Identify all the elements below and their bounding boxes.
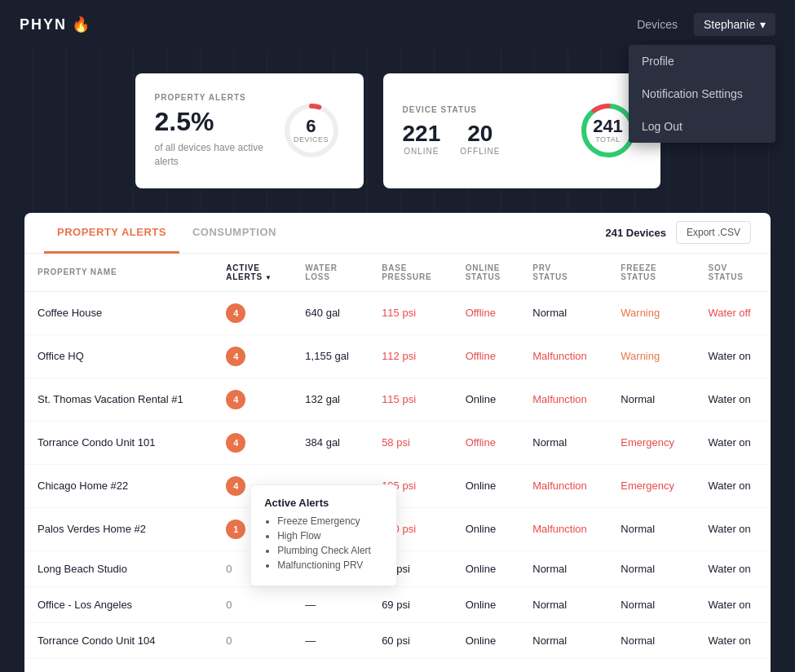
cell-sov-status: Water on xyxy=(696,550,771,586)
cell-water-loss: 640 gal xyxy=(292,291,369,334)
property-alerts-value: 2.5% xyxy=(155,108,279,135)
device-donut-center: 241 TOTAL xyxy=(593,117,623,144)
cell-property-name: Palos Verdes Home #2 xyxy=(24,507,213,550)
table-row[interactable]: Torrance Condo Unit 1040—60 psiOnlineNor… xyxy=(24,622,771,658)
alert-badge[interactable]: 4 xyxy=(226,303,245,323)
logo-text: PHYN xyxy=(20,16,67,33)
property-alerts-label: PROPERTY ALERTS xyxy=(155,93,279,102)
cell-base-pressure: 58 psi xyxy=(369,421,452,464)
cell-freeze-status: Normal xyxy=(607,550,695,586)
alert-badge[interactable]: 4 xyxy=(226,390,245,409)
cell-property-name: Chicago Home #22 xyxy=(24,464,213,507)
offline-stat: 20 OFFLINE xyxy=(460,121,500,156)
cell-prv-status: Normal xyxy=(519,586,607,622)
dropdown-item-profile[interactable]: Profile xyxy=(629,45,775,77)
table-header: PROPERTY NAME ACTIVEALERTS WATERLOSS BAS… xyxy=(24,254,771,292)
device-count: 241 Devices xyxy=(605,227,665,239)
cell-active-alerts: 4 xyxy=(213,378,292,421)
device-status-label: DEVICE STATUS xyxy=(403,105,501,114)
property-alerts-card: PROPERTY ALERTS 2.5% of all devices have… xyxy=(135,73,364,188)
device-stats: 221 ONLINE 20 OFFLINE xyxy=(403,121,501,156)
alert-badge[interactable]: 4 xyxy=(226,476,245,496)
col-property-name: PROPERTY NAME xyxy=(24,254,213,292)
active-alerts-tooltip: Active AlertsFreeze EmergencyHigh FlowPl… xyxy=(250,484,397,586)
cell-freeze-status: Normal xyxy=(607,658,695,672)
cell-property-name: Torrance Condo Unit 101 xyxy=(24,421,213,464)
tooltip-item: High Flow xyxy=(277,530,383,542)
cell-base-pressure: 69 psi xyxy=(369,586,452,622)
cell-water-loss: 384 gal xyxy=(292,421,369,464)
cell-freeze-status: Normal xyxy=(607,622,695,658)
cell-sov-status: Water on xyxy=(696,622,771,658)
cell-active-alerts: 0 xyxy=(213,658,292,672)
dropdown-item-logout[interactable]: Log Out xyxy=(629,110,775,143)
cell-sov-status: Water on xyxy=(696,586,771,622)
cell-sov-status: Water on xyxy=(696,421,771,464)
alert-badge[interactable]: 4 xyxy=(226,433,245,453)
alert-badge[interactable]: 4 xyxy=(226,347,245,366)
table-header-row: PROPERTY NAME ACTIVEALERTS WATERLOSS BAS… xyxy=(24,254,771,292)
cell-property-name: Torrance Condo Unit 104 xyxy=(24,622,213,658)
cell-active-alerts: 4 xyxy=(213,334,292,378)
col-water-loss: WATERLOSS xyxy=(292,254,369,292)
alert-badge[interactable]: 1 xyxy=(226,519,245,539)
dropdown-menu: Profile Notification Settings Log Out xyxy=(629,45,775,143)
cell-active-alerts: 4Active AlertsFreeze EmergencyHigh FlowP… xyxy=(213,464,292,507)
table-row[interactable]: Long Beach Studio0—70 psiOnlineNormalNor… xyxy=(24,550,771,586)
table-row[interactable]: Office - Los Angeles0—69 psiOnlineNormal… xyxy=(24,586,771,622)
header: PHYN 🔥 Devices Stephanie ▾ Profile Notif… xyxy=(0,0,795,49)
table-row[interactable]: Chicago Home #224Active AlertsFreeze Eme… xyxy=(24,464,771,507)
table-row[interactable]: Office HQ41,155 gal112 psiOfflineMalfunc… xyxy=(24,334,771,378)
tooltip-item: Freeze Emergency xyxy=(277,515,383,527)
cell-prv-status: Malfunction xyxy=(519,378,607,421)
cell-base-pressure: 115 psi xyxy=(369,291,452,334)
user-name: Stephanie xyxy=(704,18,755,31)
table-row[interactable]: St. Thomas Vacation Rental #14132 gal115… xyxy=(24,378,771,421)
tooltip-item: Plumbing Check Alert xyxy=(277,545,383,556)
cell-prv-status: Normal xyxy=(519,421,607,464)
col-active-alerts[interactable]: ACTIVEALERTS xyxy=(213,254,292,292)
property-table: PROPERTY NAME ACTIVEALERTS WATERLOSS BAS… xyxy=(24,254,771,672)
col-online-status: ONLINESTATUS xyxy=(453,254,520,292)
cell-freeze-status: Normal xyxy=(607,378,695,421)
cell-online-status: Online xyxy=(453,550,520,586)
device-count-number: 241 xyxy=(605,227,623,239)
cell-online-status: Online xyxy=(453,622,520,658)
devices-link[interactable]: Devices xyxy=(637,18,678,31)
tooltip-item: Malfunctioning PRV xyxy=(277,559,383,571)
cell-prv-status: Malfunction xyxy=(519,334,607,378)
table-row[interactable]: Torrance Condo Unit 1020—60 psiOnlineNor… xyxy=(24,658,771,672)
cell-water-loss: — xyxy=(292,622,369,658)
cell-online-status: Online xyxy=(453,378,520,421)
donut-value: 6 xyxy=(294,117,329,135)
cell-prv-status: Malfunction xyxy=(519,464,607,507)
col-prv-status: PRVSTATUS xyxy=(519,254,607,292)
flame-icon: 🔥 xyxy=(72,15,91,33)
offline-value: 20 xyxy=(460,121,500,147)
cell-active-alerts: 0 xyxy=(213,622,292,658)
cell-online-status: Online xyxy=(453,586,520,622)
dropdown-item-notifications[interactable]: Notification Settings xyxy=(629,77,775,110)
table-row[interactable]: Palos Verdes Home #21—120 psiOnlineMalfu… xyxy=(24,507,771,550)
donut-center: 6 DEVICES xyxy=(294,117,329,144)
cell-freeze-status: Warning xyxy=(607,334,695,378)
cell-water-loss: — xyxy=(292,586,369,622)
cell-water-loss: — xyxy=(292,658,369,672)
cell-active-alerts: 4 xyxy=(213,291,292,334)
main-content: PROPERTY ALERTS CONSUMPTION 241 Devices … xyxy=(24,213,771,672)
online-value: 221 xyxy=(403,121,441,147)
cell-property-name: Coffee House xyxy=(24,291,213,334)
alerts-table: PROPERTY NAME ACTIVEALERTS WATERLOSS BAS… xyxy=(24,254,771,672)
cell-online-status: Offline xyxy=(453,291,520,334)
user-menu-button[interactable]: Stephanie ▾ xyxy=(694,13,775,36)
table-row[interactable]: Torrance Condo Unit 1014384 gal58 psiOff… xyxy=(24,421,771,464)
cell-property-name: Long Beach Studio xyxy=(24,550,213,586)
cell-property-name: Office - Los Angeles xyxy=(24,586,213,622)
cell-base-pressure: 60 psi xyxy=(369,658,452,672)
cell-freeze-status: Warning xyxy=(607,291,695,334)
export-csv-button[interactable]: Export .CSV xyxy=(676,221,751,244)
tab-consumption[interactable]: CONSUMPTION xyxy=(179,213,289,254)
table-row[interactable]: Coffee House4640 gal115 psiOfflineNormal… xyxy=(24,291,771,334)
tabs-left: PROPERTY ALERTS CONSUMPTION xyxy=(44,213,289,253)
tab-property-alerts[interactable]: PROPERTY ALERTS xyxy=(44,213,179,254)
